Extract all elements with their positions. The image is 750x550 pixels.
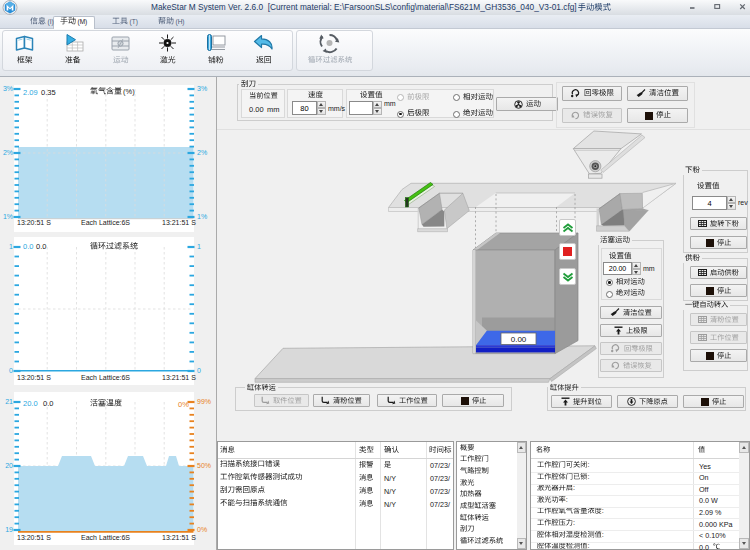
svg-text::: : bbox=[587, 460, 589, 469]
svg-text::: : bbox=[602, 506, 604, 515]
svg-text::: : bbox=[573, 483, 575, 492]
svg-text::: : bbox=[587, 472, 589, 481]
svg-text::: : bbox=[602, 530, 604, 539]
svg-text:MakeStar M System Ver. 2.6.0: MakeStar M System Ver. 2.6.0 [Current ma… bbox=[151, 2, 577, 12]
svg-text:0.00: 0.00 bbox=[511, 335, 527, 344]
svg-text::: : bbox=[566, 495, 568, 504]
svg-text::: : bbox=[587, 541, 589, 550]
svg-text::: : bbox=[573, 518, 575, 527]
